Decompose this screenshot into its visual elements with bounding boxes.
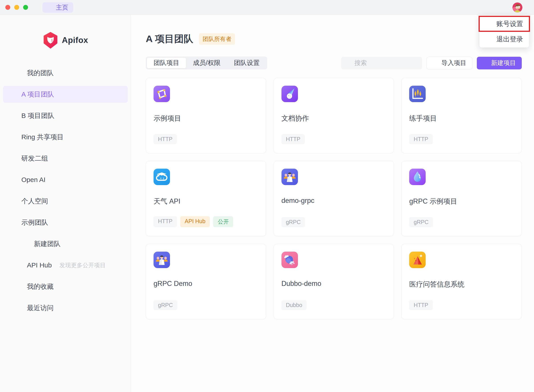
sidebar-item-recent[interactable]: 最近访问 [0,297,131,319]
project-card[interactable]: demo-grpcgRPC [274,161,394,236]
page-title: A 项目团队 [146,33,193,45]
team-label: B 项目团队 [21,111,54,120]
team-tabs: 团队项目成员/权限团队设置 [146,56,267,70]
sidebar-team-item[interactable]: B 项目团队 [3,105,128,126]
project-tag: HTTP [154,134,177,144]
project-card[interactable]: 医疗问答信息系统HTTP [401,244,522,319]
import-project-button[interactable]: 导入项目 [426,57,472,70]
water-drop-icon [409,169,426,185]
sidebar-item-favorites[interactable]: 我的收藏 [0,276,131,297]
compass-icon [15,262,22,269]
project-tag: Dubbo [281,300,307,310]
tab-团队项目[interactable]: 团队项目 [147,57,186,69]
search-input[interactable] [354,59,418,66]
project-tags: HTTP [281,134,386,144]
people-icon [15,69,23,77]
sidebar-team-item[interactable]: 个人空间 [3,191,128,212]
project-name: gRPC 示例项目 [409,197,514,206]
menu-item-logout[interactable]: 退出登录 [479,32,529,47]
project-tag: HTTP [409,134,432,144]
bell-icon [499,4,506,11]
new-project-button[interactable]: 新建项目 [477,57,522,70]
project-card[interactable]: Dubbo-demoDubbo [274,244,394,319]
import-icon [432,60,439,66]
sync-button[interactable] [468,3,477,12]
project-name: 练手项目 [409,114,514,123]
main-content: A 项目团队 团队所有者 团队项目成员/权限团队设置 导入项目 新建项目 [131,15,534,392]
window-minimize-button[interactable] [14,5,19,10]
project-card[interactable]: 文档协作HTTP [274,78,394,153]
sidebar-teams-list: A 项目团队B 项目团队Ring 共享项目研发二组Open AI个人空间示例团队 [0,86,131,233]
sidebar: Apifox 我的团队 A 项目团队B 项目团队Ring 共享项目研发二组Ope… [0,15,131,392]
menu-item-account-settings[interactable]: 账号设置 [479,16,529,32]
project-tags: HTTP [154,134,258,144]
home-button-label: 主页 [56,3,68,12]
podium-icon [281,169,298,185]
sidebar-my-teams-header[interactable]: 我的团队 [0,62,131,84]
chevron-up-icon[interactable] [111,70,117,76]
project-tag: HTTP [154,216,177,227]
team-label: Open AI [21,176,45,183]
project-tag: gRPC [154,300,177,310]
sidebar-team-item[interactable]: 研发二组 [3,148,128,169]
mountain-icon [409,252,426,268]
home-icon [47,5,54,11]
my-teams-label: 我的团队 [27,69,54,78]
plus-icon [23,241,29,247]
new-project-label: 新建项目 [491,59,516,67]
project-name: 医疗问答信息系统 [409,280,514,289]
tab-成员/权限[interactable]: 成员/权限 [186,57,227,69]
search-box[interactable] [341,57,422,70]
project-card[interactable]: gRPC DemogRPC [146,244,266,319]
home-button[interactable]: 主页 [42,2,73,13]
sidebar-new-team-button[interactable]: 新建团队 [0,233,131,255]
project-tag: gRPC [281,217,305,227]
team-owner-badge: 团队所有者 [199,33,235,45]
window-close-button[interactable] [5,5,10,10]
app-window: 主页 账号设置退出登录 Apifox 我的团队 A 项目团队B 项目团队Ring… [0,0,534,392]
sync-icon [469,4,476,11]
apifox-logo-icon [42,32,59,48]
svg-text:★: ★ [164,94,167,98]
apifox-logo: Apifox [42,32,88,48]
project-tags: gRPC [281,217,386,227]
candlestick-chart-icon [409,86,426,102]
project-tags: HTTP [409,300,514,310]
project-card[interactable]: 天气 APIHTTPAPI Hub公开 [146,161,266,236]
sidebar-team-item[interactable]: 示例团队 [3,212,128,233]
svg-text:★: ★ [162,88,166,92]
window-controls [5,5,28,10]
podium-icon [154,252,170,268]
tab-团队设置[interactable]: 团队设置 [227,57,266,69]
notifications-button[interactable] [498,3,507,12]
team-label: Ring 共享项目 [21,133,64,142]
apifox-logo-text: Apifox [62,36,88,45]
window-zoom-button[interactable] [23,5,28,10]
settings-button[interactable] [483,3,492,12]
clock-icon [15,304,22,312]
project-name: Dubbo-demo [281,280,386,288]
project-name: demo-grpc [281,197,386,205]
projects-grid: ★★★★示例项目HTTP文档协作HTTP练手项目HTTP天气 APIHTTPAP… [146,78,522,319]
svg-text:★: ★ [159,96,162,100]
team-label: 个人空间 [21,197,48,206]
project-card[interactable]: gRPC 示例项目gRPC [401,161,522,236]
team-label: A 项目团队 [21,90,54,99]
sidebar-item-api-hub[interactable]: API Hub 发现更多公开项目 [0,255,131,276]
project-name: 文档协作 [281,114,386,123]
new-team-label: 新建团队 [34,239,61,248]
sidebar-team-item[interactable]: Open AI [3,169,128,191]
project-tags: gRPC [154,300,258,310]
user-menu-items: 账号设置退出登录 [479,16,529,47]
favorites-label: 我的收藏 [27,282,54,291]
project-tag: API Hub [180,216,210,227]
user-avatar[interactable] [512,2,522,13]
team-label: 研发二组 [21,154,48,163]
project-card[interactable]: ★★★★示例项目HTTP [146,78,266,153]
project-card[interactable]: 练手项目HTTP [401,78,522,153]
gear-icon [484,4,491,11]
sidebar-team-item[interactable]: Ring 共享项目 [3,126,128,148]
sidebar-team-item[interactable]: A 项目团队 [3,86,128,103]
constellation-icon: ★★★★ [154,86,170,102]
gear-icon [486,21,492,27]
